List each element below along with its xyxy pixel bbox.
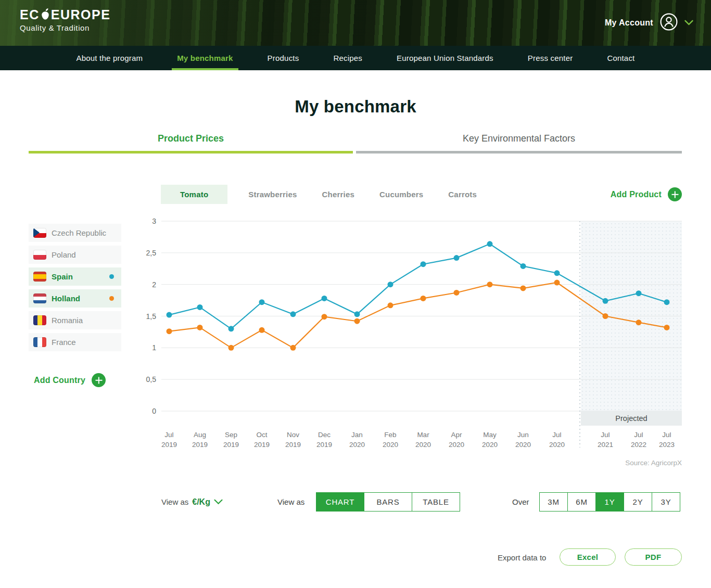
country-row-france[interactable]: France	[29, 333, 121, 351]
nav-item-my-benchmark[interactable]: My benchmark	[172, 46, 238, 70]
country-row-czech-republic[interactable]: Czech Republic	[29, 224, 121, 242]
data-point-holland[interactable]	[167, 328, 172, 334]
add-country-button[interactable]: Add Country	[34, 373, 106, 387]
data-point-spain[interactable]	[167, 312, 172, 318]
nav-item-contact[interactable]: Contact	[602, 46, 640, 70]
product-tab-cucumbers[interactable]: Cucumbers	[367, 185, 436, 204]
data-point-spain[interactable]	[354, 311, 360, 317]
data-point-holland[interactable]	[636, 319, 642, 325]
over-label: Over	[512, 497, 529, 506]
user-icon	[660, 13, 678, 33]
price-chart: 00,511,522,53ProjectedJul2019Aug2019Sep2…	[141, 208, 692, 474]
x-axis-tick: Jul2019	[161, 431, 177, 449]
unit-value: €/Kg	[192, 497, 210, 507]
tab-product-prices[interactable]: Product Prices	[29, 133, 353, 144]
data-point-spain[interactable]	[554, 270, 560, 276]
add-product-button[interactable]: Add Product	[611, 187, 682, 201]
country-row-holland[interactable]: Holland	[29, 289, 121, 308]
price-chart-svg: 00,511,522,53ProjectedJul2019Aug2019Sep2…	[141, 208, 692, 474]
data-point-spain[interactable]	[664, 299, 670, 305]
site-header: EC EUROPE Quality & Tradition My Account	[0, 0, 711, 46]
data-point-spain[interactable]	[259, 299, 265, 305]
main-nav: About the program My benchmark Products …	[0, 46, 711, 70]
range-2y[interactable]: 2Y	[624, 492, 652, 512]
x-axis-tick: Jan2020	[349, 431, 365, 449]
page: EC EUROPE Quality & Tradition My Account	[0, 0, 711, 588]
data-point-holland[interactable]	[322, 314, 327, 319]
logo-text-right: EUROPE	[51, 7, 111, 22]
data-point-spain[interactable]	[454, 255, 460, 261]
product-tab-tomato[interactable]: Tomato	[161, 185, 227, 204]
data-point-holland[interactable]	[354, 318, 360, 324]
export-excel-button[interactable]: Excel	[560, 548, 616, 566]
data-point-holland[interactable]	[259, 327, 265, 333]
data-point-holland[interactable]	[421, 296, 426, 301]
logo-title: EC EUROPE	[20, 7, 110, 22]
unit-dropdown-label: View as	[161, 497, 188, 506]
view-mode-switch: CHART BARS TABLE	[316, 492, 460, 512]
data-point-spain[interactable]	[603, 298, 608, 304]
view-mode-chart[interactable]: CHART	[316, 492, 364, 512]
data-point-spain[interactable]	[421, 261, 426, 267]
data-point-holland[interactable]	[454, 290, 460, 296]
data-point-holland[interactable]	[554, 280, 560, 286]
country-row-spain[interactable]: Spain	[29, 267, 121, 286]
product-tabs: Tomato Strawberries Cherries Cucumbers C…	[161, 185, 489, 204]
data-point-spain[interactable]	[290, 311, 296, 317]
plus-icon	[92, 373, 106, 387]
unit-dropdown[interactable]: View as €/Kg	[161, 497, 223, 507]
data-point-holland[interactable]	[487, 282, 493, 287]
data-point-spain[interactable]	[487, 241, 493, 247]
data-point-spain[interactable]	[197, 304, 203, 310]
range-3m[interactable]: 3M	[539, 492, 568, 512]
data-point-holland[interactable]	[664, 325, 670, 330]
export-pdf-button[interactable]: PDF	[625, 548, 682, 566]
nav-item-recipes[interactable]: Recipes	[328, 46, 367, 70]
data-point-holland[interactable]	[603, 313, 608, 319]
country-name: Czech Republic	[52, 228, 114, 237]
x-axis-tick: Jul2023	[659, 431, 675, 449]
range-1y[interactable]: 1Y	[595, 492, 624, 512]
account-menu[interactable]: My Account	[605, 0, 693, 46]
add-country-label: Add Country	[34, 376, 85, 385]
data-point-holland[interactable]	[197, 325, 203, 330]
x-axis-tick: Apr2020	[449, 431, 464, 449]
logo-subtitle: Quality & Tradition	[20, 23, 110, 32]
data-point-spain[interactable]	[636, 290, 642, 296]
data-point-spain[interactable]	[322, 296, 327, 301]
nav-item-eu-standards[interactable]: European Union Standards	[391, 46, 499, 70]
country-row-romania[interactable]: Romania	[29, 311, 121, 329]
product-tab-strawberries[interactable]: Strawberries	[236, 185, 309, 204]
range-6m[interactable]: 6M	[567, 492, 596, 512]
view-mode-table[interactable]: TABLE	[412, 492, 460, 512]
tab-key-environmental-factors[interactable]: Key Environmental Factors	[356, 133, 682, 144]
x-axis-tick: Dec2019	[316, 431, 332, 449]
country-row-poland[interactable]: Poland	[29, 246, 121, 264]
y-axis-tick: 0,5	[146, 375, 157, 384]
nav-item-about[interactable]: About the program	[71, 46, 148, 70]
x-axis-tick: Nov2019	[285, 431, 301, 449]
chevron-down-icon	[214, 497, 223, 507]
data-point-holland[interactable]	[520, 285, 526, 291]
y-axis-tick: 1,5	[146, 312, 157, 321]
product-tab-carrots[interactable]: Carrots	[436, 185, 489, 204]
nav-item-products[interactable]: Products	[262, 46, 304, 70]
data-point-holland[interactable]	[290, 345, 296, 351]
data-point-spain[interactable]	[520, 263, 526, 269]
spain-flag-icon	[33, 272, 46, 282]
data-point-spain[interactable]	[388, 282, 393, 287]
data-point-holland[interactable]	[228, 345, 234, 351]
nav-item-press-center[interactable]: Press center	[523, 46, 578, 70]
x-axis-tick: Feb2020	[383, 431, 398, 449]
view-mode-bars[interactable]: BARS	[364, 492, 412, 512]
x-axis-tick: Jul2021	[598, 431, 613, 449]
apple-icon	[40, 8, 50, 21]
product-tab-cherries[interactable]: Cherries	[310, 185, 367, 204]
data-point-holland[interactable]	[388, 302, 393, 308]
holland-series-dot	[109, 296, 114, 301]
spain-series-dot	[109, 274, 114, 279]
poland-flag-icon	[33, 250, 46, 260]
data-point-spain[interactable]	[228, 326, 234, 331]
czech-republic-flag-icon	[33, 228, 46, 238]
range-3y[interactable]: 3Y	[652, 492, 680, 512]
